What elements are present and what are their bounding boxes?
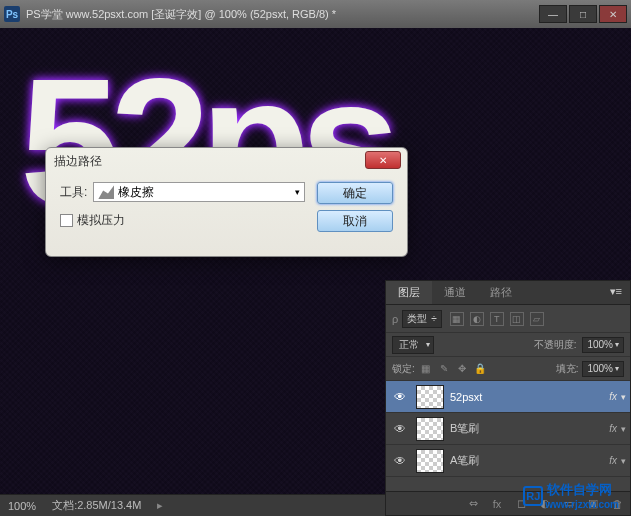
watermark: RJ 软件自学网 www.rjzxw.com — [517, 479, 625, 512]
window-titlebar: Ps PS学堂 www.52psxt.com [圣诞字效] @ 100% (52… — [0, 0, 631, 28]
opacity-input[interactable]: 100%▾ — [582, 337, 624, 353]
filter-smart-icon[interactable]: ▱ — [530, 312, 544, 326]
cancel-button[interactable]: 取消 — [317, 210, 393, 232]
layer-name: A笔刷 — [450, 453, 609, 468]
lock-row: 锁定: ▦ ✎ ✥ 🔒 填充: 100%▾ — [386, 357, 630, 381]
document-title: PS学堂 www.52psxt.com [圣诞字效] @ 100% (52psx… — [26, 7, 539, 22]
filter-pixel-icon[interactable]: ▦ — [450, 312, 464, 326]
dialog-title: 描边路径 — [46, 148, 407, 174]
fill-label: 填充: — [556, 362, 579, 376]
tool-select-value: 橡皮擦 — [118, 184, 154, 201]
watermark-brand: 软件自学网 — [547, 481, 619, 499]
filter-type-icon[interactable]: T — [490, 312, 504, 326]
watermark-logo-icon: RJ — [523, 486, 543, 506]
chevron-down-icon[interactable]: ▾ — [621, 424, 626, 434]
panel-menu-icon[interactable]: ▾≡ — [602, 281, 630, 304]
chevron-down-icon: ▾ — [295, 187, 300, 197]
blend-mode-row: 正常 ▾ 不透明度: 100%▾ — [386, 333, 630, 357]
lock-transparency-icon[interactable]: ▦ — [419, 362, 433, 376]
layer-name: B笔刷 — [450, 421, 609, 436]
app-icon: Ps — [4, 6, 20, 22]
layer-thumbnail[interactable] — [416, 385, 444, 409]
visibility-eye-icon[interactable]: 👁 — [390, 454, 410, 468]
layer-item[interactable]: 👁 B笔刷 fx ▾ — [386, 413, 630, 445]
stroke-path-dialog: 描边路径 ✕ 工具: 橡皮擦 ▾ 模拟压力 确定 取消 — [45, 147, 408, 257]
lock-position-icon[interactable]: ✥ — [455, 362, 469, 376]
panel-tabs: 图层 通道 路径 ▾≡ — [386, 281, 630, 305]
blend-mode-select[interactable]: 正常 ▾ — [392, 336, 434, 354]
layer-name: 52psxt — [450, 391, 609, 403]
filter-adjust-icon[interactable]: ◐ — [470, 312, 484, 326]
layer-filter-row: ρ 类型÷ ▦ ◐ T ◫ ▱ — [386, 305, 630, 333]
document-size: 文档:2.85M/13.4M — [52, 498, 141, 513]
zoom-level[interactable]: 100% — [8, 500, 36, 512]
minimize-button[interactable]: — — [539, 5, 567, 23]
filter-shape-icon[interactable]: ◫ — [510, 312, 524, 326]
tab-channels[interactable]: 通道 — [432, 281, 478, 304]
simulate-pressure-checkbox[interactable] — [60, 214, 73, 227]
layer-fx-badge[interactable]: fx — [609, 455, 617, 466]
lock-pixels-icon[interactable]: ✎ — [437, 362, 451, 376]
chevron-down-icon[interactable]: ▾ — [621, 456, 626, 466]
ok-button[interactable]: 确定 — [317, 182, 393, 204]
search-icon: ρ — [392, 313, 398, 325]
watermark-url: www.rjzxw.com — [545, 499, 619, 510]
fill-input[interactable]: 100%▾ — [582, 361, 624, 377]
layer-thumbnail[interactable] — [416, 449, 444, 473]
tool-select[interactable]: 橡皮擦 ▾ — [93, 182, 305, 202]
visibility-eye-icon[interactable]: 👁 — [390, 390, 410, 404]
layer-thumbnail[interactable] — [416, 417, 444, 441]
chevron-right-icon[interactable]: ▸ — [157, 499, 163, 512]
layers-list: 👁 52psxt fx ▾ 👁 B笔刷 fx ▾ 👁 A笔刷 fx ▾ — [386, 381, 630, 477]
layer-item[interactable]: 👁 A笔刷 fx ▾ — [386, 445, 630, 477]
opacity-label: 不透明度: — [534, 338, 577, 352]
chevron-down-icon[interactable]: ▾ — [621, 392, 626, 402]
layer-item[interactable]: 👁 52psxt fx ▾ — [386, 381, 630, 413]
close-window-button[interactable]: ✕ — [599, 5, 627, 23]
tool-label: 工具: — [60, 184, 87, 201]
tab-layers[interactable]: 图层 — [386, 281, 432, 304]
dialog-close-button[interactable]: ✕ — [365, 151, 401, 169]
maximize-button[interactable]: □ — [569, 5, 597, 23]
window-controls: — □ ✕ — [539, 5, 627, 23]
lock-label: 锁定: — [392, 362, 415, 376]
layer-fx-badge[interactable]: fx — [609, 391, 617, 402]
tab-paths[interactable]: 路径 — [478, 281, 524, 304]
filter-type-select[interactable]: 类型÷ — [402, 310, 442, 328]
lock-all-icon[interactable]: 🔒 — [473, 362, 487, 376]
eraser-icon — [98, 185, 114, 199]
layer-fx-badge[interactable]: fx — [609, 423, 617, 434]
simulate-pressure-label: 模拟压力 — [77, 212, 125, 229]
visibility-eye-icon[interactable]: 👁 — [390, 422, 410, 436]
layer-style-icon[interactable]: fx — [490, 497, 504, 511]
status-bar: 100% 文档:2.85M/13.4M ▸ — [0, 494, 385, 516]
link-layers-icon[interactable]: ⇔ — [466, 497, 480, 511]
